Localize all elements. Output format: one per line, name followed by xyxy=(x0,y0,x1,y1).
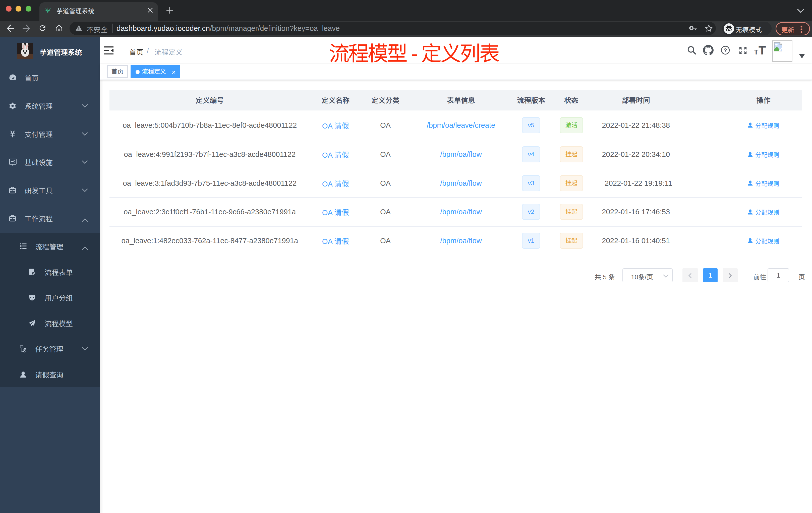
svg-text:?: ? xyxy=(724,47,727,54)
svg-text:T: T xyxy=(758,46,766,55)
svg-text:T: T xyxy=(754,48,758,55)
